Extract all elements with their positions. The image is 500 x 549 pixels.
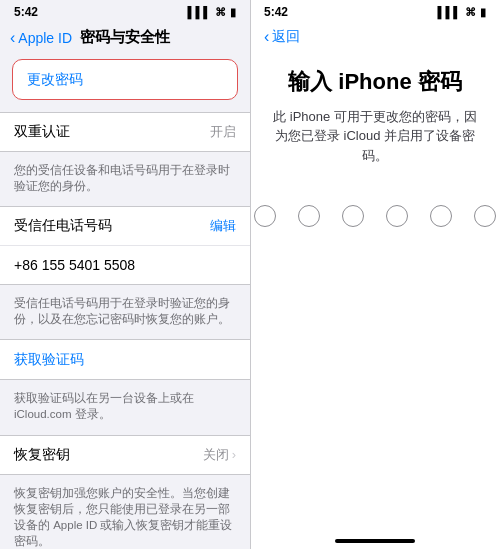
back-label: Apple ID <box>18 30 72 46</box>
dot-3 <box>342 205 364 227</box>
recovery-key-label: 恢复密钥 <box>14 446 70 464</box>
recovery-key-group: 恢复密钥 关闭 › <box>0 435 250 475</box>
dot-4 <box>386 205 408 227</box>
right-panel: 5:42 ▌▌▌ ⌘ ▮ ‹ 返回 输入 iPhone 密码 此 iPhone … <box>250 0 500 549</box>
left-status-icons: ▌▌▌ ⌘ ▮ <box>188 6 236 19</box>
passcode-dots-container <box>254 205 496 227</box>
trusted-phone-row: 受信任电话号码 编辑 <box>0 207 250 246</box>
left-nav-title: 密码与安全性 <box>80 28 170 47</box>
trusted-phone-group: 受信任电话号码 编辑 +86 155 5401 5508 <box>0 206 250 285</box>
right-back-button[interactable]: ‹ 返回 <box>264 28 300 46</box>
left-panel: 5:42 ▌▌▌ ⌘ ▮ ‹ Apple ID 密码与安全性 更改密码 双重认证… <box>0 0 250 549</box>
get-code-row[interactable]: 获取验证码 <box>0 339 250 380</box>
back-chevron-icon: ‹ <box>10 29 15 47</box>
right-home-bar <box>335 539 415 543</box>
battery-icon: ▮ <box>230 6 236 19</box>
dot-6 <box>474 205 496 227</box>
recovery-chevron-icon: › <box>232 447 236 462</box>
trusted-phone-label: 受信任电话号码 <box>14 217 112 235</box>
right-wifi-icon: ⌘ <box>465 6 476 19</box>
dot-1 <box>254 205 276 227</box>
right-status-icons: ▌▌▌ ⌘ ▮ <box>438 6 486 19</box>
get-code-label: 获取验证码 <box>14 351 84 367</box>
two-factor-group: 双重认证 开启 <box>0 112 250 152</box>
panel-divider <box>250 0 251 549</box>
dot-2 <box>298 205 320 227</box>
left-status-bar: 5:42 ▌▌▌ ⌘ ▮ <box>0 0 250 22</box>
edit-button[interactable]: 编辑 <box>210 217 236 235</box>
change-password-box[interactable]: 更改密码 <box>12 59 238 100</box>
right-status-bar: 5:42 ▌▌▌ ⌘ ▮ <box>250 0 500 22</box>
right-page-desc: 此 iPhone 可用于更改您的密码，因为您已登录 iCloud 并启用了设备密… <box>250 107 500 186</box>
left-nav-header: ‹ Apple ID 密码与安全性 <box>0 22 250 53</box>
get-code-desc: 获取验证码以在另一台设备上或在 iCloud.com 登录。 <box>0 386 250 428</box>
right-battery-icon: ▮ <box>480 6 486 19</box>
left-time: 5:42 <box>14 5 38 19</box>
right-home-indicator <box>250 539 500 549</box>
recovery-key-row[interactable]: 恢复密钥 关闭 › <box>0 436 250 474</box>
change-password-label: 更改密码 <box>27 71 83 87</box>
two-factor-label: 双重认证 <box>14 123 70 141</box>
right-nav: ‹ 返回 <box>250 22 500 52</box>
recovery-key-value: 关闭 <box>203 446 229 464</box>
right-time: 5:42 <box>264 5 288 19</box>
recovery-key-desc: 恢复密钥加强您账户的安全性。当您创建恢复密钥后，您只能使用已登录在另一部设备的 … <box>0 481 250 549</box>
signal-icon: ▌▌▌ <box>188 6 211 18</box>
right-back-label: 返回 <box>272 28 300 46</box>
phone-number-value: +86 155 5401 5508 <box>14 257 135 273</box>
dot-5 <box>430 205 452 227</box>
recovery-key-value-container: 关闭 › <box>203 446 236 464</box>
two-factor-value: 开启 <box>210 123 236 141</box>
apple-id-back-button[interactable]: ‹ Apple ID <box>10 29 72 47</box>
wifi-icon: ⌘ <box>215 6 226 19</box>
two-factor-row: 双重认证 开启 <box>0 113 250 151</box>
right-back-chevron-icon: ‹ <box>264 28 269 46</box>
phone-desc: 受信任电话号码用于在登录时验证您的身份，以及在您忘记密码时恢复您的账户。 <box>0 291 250 333</box>
right-page-title: 输入 iPhone 密码 <box>268 52 482 107</box>
two-factor-desc: 您的受信任设备和电话号码用于在登录时验证您的身份。 <box>0 158 250 200</box>
right-signal-icon: ▌▌▌ <box>438 6 461 18</box>
phone-number-row: +86 155 5401 5508 <box>0 246 250 284</box>
